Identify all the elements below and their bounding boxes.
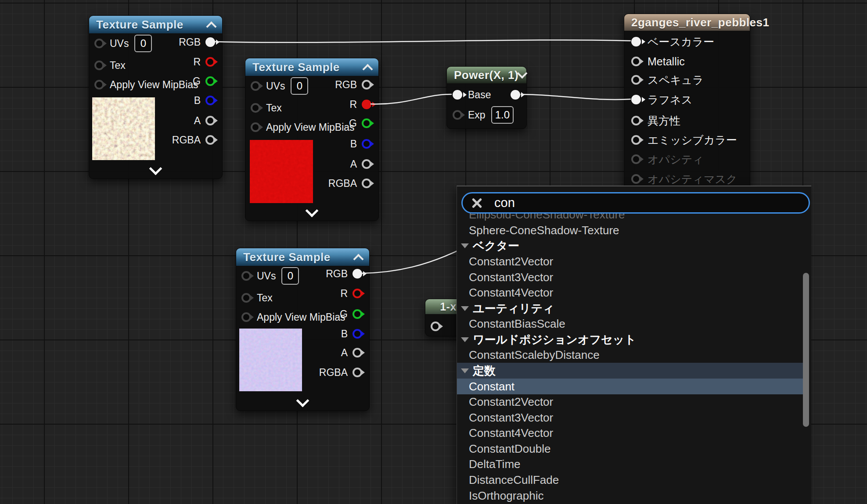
menu-category[interactable]: 定数 [457,363,805,379]
input-pin-icon[interactable] [431,322,440,331]
pin-rgb[interactable]: RGB [326,268,362,279]
input-pin-icon[interactable] [631,135,641,145]
material-graph-canvas[interactable]: Texture Sample UVs 0 Tex Apply View MipB… [0,0,867,504]
input-pin-icon[interactable] [94,39,104,48]
category-expanded-triangle-icon[interactable] [461,306,469,311]
texture-sample-node-2[interactable]: Texture Sample UVs 0 Tex Apply View MipB… [245,58,379,221]
pin-a[interactable]: A [194,115,215,126]
pin-rgb[interactable]: RGB [179,37,215,47]
node-header[interactable]: Texture Sample [236,248,369,266]
pin-tex[interactable]: Tex [94,60,126,71]
pin-r[interactable]: R [340,288,362,299]
power-node[interactable]: Power(X, 1) Base Exp 1.0 [446,66,527,129]
pin-apply-view-mipbias[interactable]: Apply View MipBias [251,122,355,132]
chevron-up-icon[interactable] [353,254,363,264]
output-pin-icon[interactable] [353,269,362,279]
input-pin-icon[interactable] [631,37,641,46]
pin-uvs[interactable]: UVs 0 [94,38,152,49]
input-pin-icon[interactable] [631,75,641,85]
node-header[interactable]: Texture Sample [89,16,222,33]
uvs-value-box[interactable]: 0 [291,77,308,95]
pin-anisotropy[interactable]: 異方性 [631,115,680,126]
expand-chevron-icon[interactable] [296,394,309,407]
pin-b[interactable]: B [350,139,371,149]
chevron-up-icon[interactable] [362,64,373,74]
category-expanded-triangle-icon[interactable] [461,337,469,342]
output-pin-icon[interactable] [353,309,362,319]
output-pin-icon[interactable] [362,139,371,149]
input-pin-icon[interactable] [251,122,260,132]
menu-item[interactable]: Constant2Vector [457,394,805,410]
output-pin-icon[interactable] [353,348,362,357]
menu-item-selected[interactable]: Constant [457,379,805,394]
menu-category[interactable]: ベクター [457,238,805,254]
menu-item[interactable]: ConstantScalebyDistance [457,347,805,363]
output-pin-icon[interactable] [205,76,215,86]
pin-a[interactable]: A [350,159,371,169]
output-pin-icon[interactable] [353,329,362,339]
chevron-down-icon[interactable] [517,68,528,79]
pin-rgba[interactable]: RGBA [319,367,362,378]
pin-emissive-color[interactable]: エミッシブカラー [631,134,737,146]
expand-chevron-icon[interactable] [305,204,318,218]
output-pin-icon[interactable] [205,135,215,145]
output-pin-icon[interactable] [205,96,215,105]
output-pin-icon[interactable] [511,90,520,100]
exp-value-box[interactable]: 1.0 [491,106,514,124]
pin-rgb[interactable]: RGB [335,79,371,90]
pin-base[interactable]: Base [453,89,491,100]
output-pin-icon[interactable] [362,80,371,89]
input-pin-icon[interactable] [631,57,641,66]
uvs-value-box[interactable]: 0 [134,35,152,52]
menu-item[interactable]: Constant4Vector [457,285,805,300]
menu-item[interactable]: IsOrthographic [457,488,805,504]
pin-input[interactable] [431,321,440,332]
texture-sample-node-3[interactable]: Texture Sample UVs 0 Tex Apply View MipB… [236,248,370,411]
output-pin-icon[interactable] [362,159,371,169]
input-pin-icon[interactable] [251,81,260,91]
pin-metallic[interactable]: Metallic [631,56,685,67]
node-search-dropdown[interactable]: con Ellipsoid-ConeShadow-Texture Sphere-… [457,186,811,504]
input-pin-icon[interactable] [631,116,641,125]
menu-item[interactable]: Constant3Vector [457,410,805,425]
pin-g[interactable]: G [193,76,215,86]
input-pin-icon[interactable] [453,90,462,100]
texture-sample-node-1[interactable]: Texture Sample UVs 0 Tex Apply View MipB… [89,15,223,179]
menu-item[interactable]: DistanceCullFade [457,472,805,488]
search-input[interactable]: con [461,192,810,214]
pin-specular[interactable]: スペキュラ [631,74,704,86]
pin-r[interactable]: R [349,99,371,110]
pin-exp[interactable]: Exp 1.0 [453,110,514,120]
output-pin-icon[interactable] [362,118,371,128]
pin-rgba[interactable]: RGBA [328,178,371,189]
menu-item[interactable]: Constant4Vector [457,425,805,441]
pin-tex[interactable]: Tex [241,293,273,303]
pin-uvs[interactable]: UVs 0 [241,271,299,281]
menu-item[interactable]: ConstantDouble [457,441,805,457]
menu-item[interactable]: ConstantBiasScale [457,316,805,332]
input-pin-icon[interactable] [241,293,251,303]
category-expanded-triangle-icon[interactable] [461,243,469,248]
pin-roughness[interactable]: ラフネス [631,94,692,105]
pin-base-color[interactable]: ベースカラー [631,36,714,47]
material-result-node[interactable]: 2ganges_river_pebbles1 ベースカラー Metallic ス… [624,14,750,190]
pin-g[interactable]: G [349,118,371,129]
pin-uvs[interactable]: UVs 0 [251,81,308,91]
node-header[interactable]: 2ganges_river_pebbles1 [624,14,750,31]
input-pin-icon[interactable] [241,271,251,281]
clear-search-icon[interactable] [471,197,483,209]
menu-category[interactable]: ワールドポジションオフセット [457,332,805,347]
pin-r[interactable]: R [193,57,215,67]
input-pin-icon[interactable] [94,80,104,89]
pin-rgba[interactable]: RGBA [172,135,215,145]
menu-item[interactable]: Constant2Vector [457,254,805,269]
category-expanded-triangle-icon[interactable] [461,368,469,373]
output-pin-icon[interactable] [353,289,362,298]
output-pin-icon[interactable] [205,116,215,125]
menu-item[interactable]: Constant3Vector [457,269,805,285]
scrollbar-thumb[interactable] [803,273,809,427]
output-pin-icon[interactable] [362,100,371,109]
node-header[interactable]: Power(X, 1) [447,67,526,83]
menu-item[interactable]: Sphere-ConeShadow-Texture [457,222,805,238]
menu-item[interactable]: DeltaTime [457,456,805,472]
